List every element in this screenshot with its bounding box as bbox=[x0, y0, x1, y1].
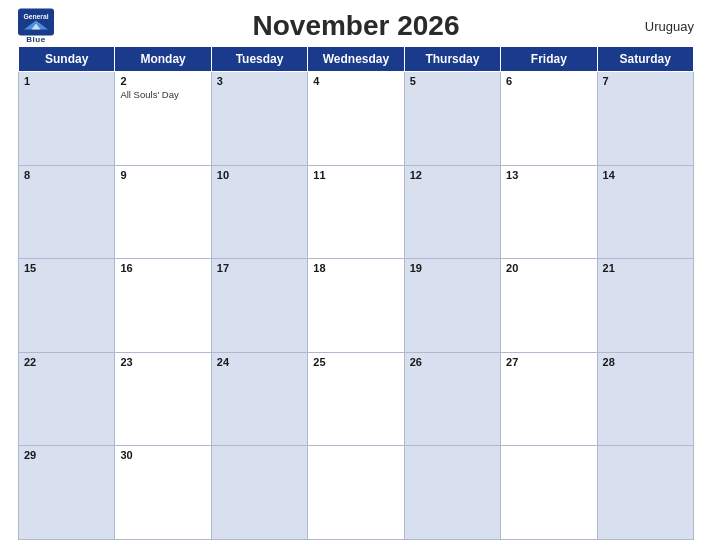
calendar-cell: 30 bbox=[115, 446, 211, 540]
calendar-cell: 27 bbox=[501, 352, 597, 446]
header-monday: Monday bbox=[115, 47, 211, 72]
day-number: 20 bbox=[506, 262, 591, 274]
day-number: 29 bbox=[24, 449, 109, 461]
calendar-row-4: 22232425262728 bbox=[19, 352, 694, 446]
day-number: 26 bbox=[410, 356, 495, 368]
logo-text: Blue bbox=[26, 36, 45, 45]
day-number: 9 bbox=[120, 169, 205, 181]
calendar-cell: 16 bbox=[115, 259, 211, 353]
day-number: 16 bbox=[120, 262, 205, 274]
calendar-cell: 14 bbox=[597, 165, 693, 259]
calendar-row-3: 15161718192021 bbox=[19, 259, 694, 353]
calendar-cell: 23 bbox=[115, 352, 211, 446]
calendar-cell: 20 bbox=[501, 259, 597, 353]
calendar-cell: 2All Souls' Day bbox=[115, 72, 211, 166]
logo: General Blue bbox=[18, 8, 54, 45]
country-label: Uruguay bbox=[645, 19, 694, 34]
calendar-cell: 5 bbox=[404, 72, 500, 166]
calendar-cell: 17 bbox=[211, 259, 307, 353]
calendar-cell: 24 bbox=[211, 352, 307, 446]
day-number: 25 bbox=[313, 356, 398, 368]
calendar-cell: 28 bbox=[597, 352, 693, 446]
calendar-cell: 8 bbox=[19, 165, 115, 259]
day-number: 27 bbox=[506, 356, 591, 368]
day-number: 19 bbox=[410, 262, 495, 274]
day-number: 30 bbox=[120, 449, 205, 461]
calendar-cell: 29 bbox=[19, 446, 115, 540]
calendar-cell: 6 bbox=[501, 72, 597, 166]
day-number: 12 bbox=[410, 169, 495, 181]
calendar-cell: 13 bbox=[501, 165, 597, 259]
calendar-row-5: 2930 bbox=[19, 446, 694, 540]
calendar-cell: 1 bbox=[19, 72, 115, 166]
svg-text:General: General bbox=[23, 13, 48, 20]
day-number: 7 bbox=[603, 75, 688, 87]
calendar-cell: 26 bbox=[404, 352, 500, 446]
calendar-cell: 18 bbox=[308, 259, 404, 353]
day-number: 5 bbox=[410, 75, 495, 87]
day-number: 11 bbox=[313, 169, 398, 181]
calendar-cell bbox=[501, 446, 597, 540]
day-number: 13 bbox=[506, 169, 591, 181]
logo-icon: General bbox=[18, 8, 54, 36]
day-number: 17 bbox=[217, 262, 302, 274]
calendar-cell bbox=[308, 446, 404, 540]
day-number: 2 bbox=[120, 75, 205, 87]
day-number: 10 bbox=[217, 169, 302, 181]
day-number: 21 bbox=[603, 262, 688, 274]
calendar-cell: 15 bbox=[19, 259, 115, 353]
calendar-cell: 4 bbox=[308, 72, 404, 166]
calendar-cell: 11 bbox=[308, 165, 404, 259]
day-number: 1 bbox=[24, 75, 109, 87]
day-number: 8 bbox=[24, 169, 109, 181]
header-tuesday: Tuesday bbox=[211, 47, 307, 72]
day-number: 6 bbox=[506, 75, 591, 87]
day-number: 18 bbox=[313, 262, 398, 274]
calendar-row-1: 12All Souls' Day34567 bbox=[19, 72, 694, 166]
day-number: 22 bbox=[24, 356, 109, 368]
calendar-cell: 22 bbox=[19, 352, 115, 446]
calendar-table: Sunday Monday Tuesday Wednesday Thursday… bbox=[18, 46, 694, 540]
calendar-cell: 19 bbox=[404, 259, 500, 353]
day-number: 15 bbox=[24, 262, 109, 274]
calendar-cell: 10 bbox=[211, 165, 307, 259]
day-number: 14 bbox=[603, 169, 688, 181]
calendar-cell: 21 bbox=[597, 259, 693, 353]
calendar-cell: 9 bbox=[115, 165, 211, 259]
day-number: 28 bbox=[603, 356, 688, 368]
calendar-cell bbox=[404, 446, 500, 540]
day-number: 3 bbox=[217, 75, 302, 87]
calendar-cell: 25 bbox=[308, 352, 404, 446]
calendar-row-2: 891011121314 bbox=[19, 165, 694, 259]
day-number: 4 bbox=[313, 75, 398, 87]
holiday-label: All Souls' Day bbox=[120, 89, 205, 100]
days-header-row: Sunday Monday Tuesday Wednesday Thursday… bbox=[19, 47, 694, 72]
calendar-header: General Blue November 2026 Uruguay bbox=[18, 10, 694, 42]
calendar-cell bbox=[211, 446, 307, 540]
calendar-cell: 3 bbox=[211, 72, 307, 166]
header-friday: Friday bbox=[501, 47, 597, 72]
calendar-cell: 7 bbox=[597, 72, 693, 166]
day-number: 23 bbox=[120, 356, 205, 368]
day-number: 24 bbox=[217, 356, 302, 368]
header-saturday: Saturday bbox=[597, 47, 693, 72]
calendar-cell bbox=[597, 446, 693, 540]
month-title: November 2026 bbox=[252, 10, 459, 42]
header-thursday: Thursday bbox=[404, 47, 500, 72]
calendar-cell: 12 bbox=[404, 165, 500, 259]
header-wednesday: Wednesday bbox=[308, 47, 404, 72]
header-sunday: Sunday bbox=[19, 47, 115, 72]
